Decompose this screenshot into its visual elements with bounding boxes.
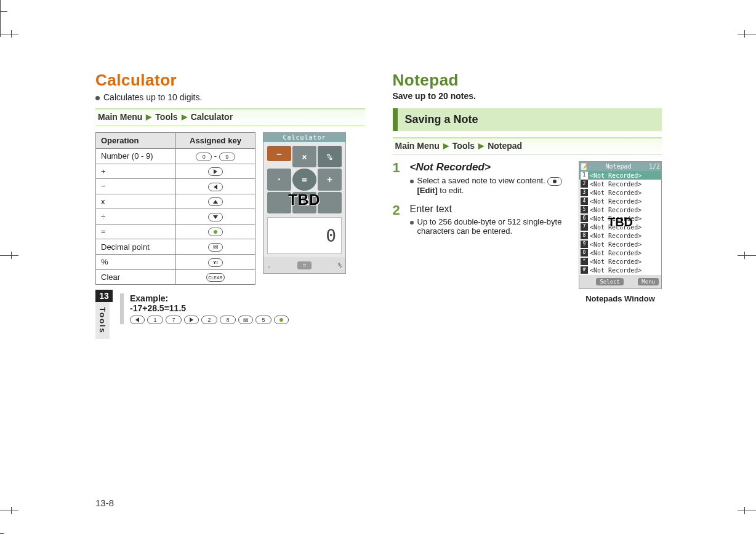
list-item: 8<Not Recorded>: [579, 231, 661, 240]
list-item-label: <Not Recorded>: [590, 189, 641, 196]
step-bullet: Up to 256 double-byte or 512 single-byte…: [410, 217, 573, 236]
bullet-icon: [410, 221, 414, 225]
screenshot-body: − × % · = + AC 0 TBD: [263, 142, 345, 257]
operations-table: Operation Assigned key Number (0 - 9) 0 …: [95, 132, 255, 285]
key-5-icon: 5: [255, 316, 271, 324]
list-item-label: <Not Recorded>: [590, 224, 641, 231]
list-item-label: <Not Recorded>: [590, 233, 641, 239]
table-row: Clear CLEAR: [96, 269, 255, 285]
list-index-icon: #: [581, 266, 588, 274]
list-index-icon: 3: [581, 189, 588, 196]
list-item: *<Not Recorded>: [579, 257, 661, 266]
mail-key-icon: [208, 243, 223, 252]
list-item-label: <Not Recorded>: [590, 172, 641, 179]
list-index-icon: 1: [581, 172, 588, 179]
dpad-left-icon: [130, 316, 145, 324]
list-item: 2<Not Recorded>: [579, 180, 661, 188]
notepad-screenshot-wrap: 📝 Notepad 1/2 TBD 1<Not Recorded>2<Not R…: [579, 161, 662, 303]
cropmark-right-1: [738, 34, 756, 34]
example-key-sequence: 1 7 2 8 5: [130, 316, 289, 324]
step-headline: <Not Recorded>: [410, 161, 573, 173]
dpad-left-icon: [208, 183, 223, 191]
page-number: 13-8: [95, 498, 114, 508]
list-item-label: <Not Recorded>: [590, 207, 641, 213]
right-column: Notepad Save up to 20 notes. Saving a No…: [393, 71, 662, 339]
bullet-icon: [410, 180, 414, 183]
screenshot-title: 📝 Notepad 1/2: [579, 162, 661, 171]
calc-softkey-bar: . = %: [263, 257, 345, 273]
breadcrumb-item: Calculator: [191, 112, 233, 122]
dpad-right-icon: [184, 316, 199, 324]
list-index-icon: 0: [581, 249, 588, 257]
breadcrumb-calculator: Main Menu ▶ Tools ▶ Calculator: [95, 108, 365, 126]
notepad-caption: Notepads Window: [579, 294, 662, 303]
key-9-icon: 9: [219, 153, 235, 161]
step-1: 1 <Not Recorded> Select a saved note to …: [393, 161, 573, 195]
breadcrumb-item: Main Menu: [395, 141, 440, 151]
list-item: 3<Not Recorded>: [579, 188, 661, 197]
table-row: x: [96, 194, 255, 209]
list-index-icon: 9: [581, 241, 588, 248]
breadcrumb-item: Main Menu: [98, 112, 142, 122]
list-item-label: <Not Recorded>: [590, 267, 641, 274]
calculator-screenshot: Calculator − × % · = + AC 0 TBD: [263, 132, 346, 274]
list-item: 0<Not Recorded>: [579, 249, 661, 257]
cropmark-left-1: [0, 34, 18, 34]
list-index-icon: 8: [581, 232, 588, 239]
table-row: ÷: [96, 209, 255, 225]
chevron-right-icon: ▶: [146, 113, 151, 121]
key-8-icon: 8: [220, 316, 236, 324]
list-item: 9<Not Recorded>: [579, 240, 661, 249]
center-key-icon: [274, 316, 289, 324]
example-block: Example: -17+28.5=11.5 1 7 2 8 5: [120, 293, 289, 324]
chevron-right-icon: ▶: [478, 141, 484, 150]
dpad-down-icon: [208, 213, 223, 221]
key-1-icon: 1: [147, 316, 163, 324]
table-row: +: [96, 164, 255, 179]
section-heading: Saving a Note: [393, 108, 662, 131]
list-item: #<Not Recorded>: [579, 266, 661, 274]
center-key-icon: [547, 177, 562, 186]
softkey-mid: Select: [596, 278, 624, 285]
cropmark-top: [0, 0, 1, 18]
list-item: 4<Not Recorded>: [579, 197, 661, 205]
chapter-tab: 13 Tools: [95, 290, 113, 339]
softkey-left: .: [267, 262, 271, 269]
table-row: −: [96, 179, 255, 194]
example-label: Example:: [130, 293, 289, 303]
list-item: 5<Not Recorded>: [579, 205, 661, 214]
list-index-icon: 6: [581, 215, 588, 222]
softkey-right: %: [338, 262, 342, 269]
table-row: Decimal point: [96, 239, 255, 255]
tbd-overlay: TBD: [263, 142, 345, 257]
table-row: =: [96, 224, 255, 239]
softkey-mid: =: [297, 261, 311, 269]
list-item-label: <Not Recorded>: [590, 250, 641, 257]
step-number: 2: [393, 204, 404, 236]
chapter-number: 13: [95, 290, 113, 302]
list-index-icon: 5: [581, 206, 588, 213]
cropmark-right-2: [738, 511, 756, 511]
calculator-subtext-text: Calculates up to 10 digits.: [103, 92, 202, 102]
step-2: 2 Enter text Up to 256 double-byte or 51…: [393, 204, 573, 236]
example-equation: -17+28.5=11.5: [130, 303, 289, 313]
calculator-heading: Calculator: [95, 71, 365, 90]
calculator-subtext: Calculates up to 10 digits.: [95, 92, 365, 102]
steps-list: 1 <Not Recorded> Select a saved note to …: [393, 161, 573, 244]
list-index-icon: 4: [581, 197, 588, 205]
list-item: 1<Not Recorded>: [579, 171, 661, 180]
dpad-up-icon: [208, 197, 223, 206]
notepad-heading: Notepad: [393, 71, 662, 90]
chapter-label: Tools: [95, 302, 110, 339]
table-row: Number (0 - 9) 0 - 9: [96, 149, 255, 164]
y-key-icon: [208, 258, 223, 267]
table-row: %: [96, 254, 255, 269]
key-0-icon: 0: [196, 153, 212, 161]
list-item-label: <Not Recorded>: [590, 258, 641, 265]
step-bullet: Select a saved note to view content. [Ed…: [410, 176, 573, 195]
list-item-label: <Not Recorded>: [590, 241, 641, 248]
key-7-icon: 7: [166, 316, 182, 324]
list-item-label: <Not Recorded>: [590, 181, 641, 188]
bullet-icon: [95, 96, 100, 100]
left-column: Calculator Calculates up to 10 digits. M…: [95, 71, 365, 339]
